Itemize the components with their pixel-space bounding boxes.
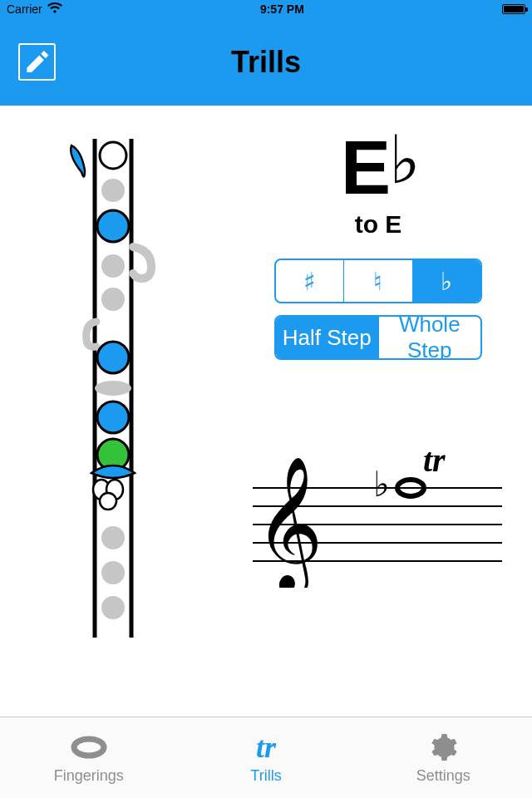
nav-bar: Trills	[0, 18, 532, 106]
svg-point-15	[101, 561, 125, 584]
tab-trills[interactable]: tr Trills	[177, 717, 354, 798]
segment-natural[interactable]: ♮	[344, 260, 412, 302]
tab-label: Trills	[250, 767, 281, 785]
svg-text:♭: ♭	[373, 466, 390, 504]
tab-settings[interactable]: Settings	[355, 717, 532, 798]
segment-whole-step[interactable]: Whole Step	[379, 317, 481, 358]
compose-button[interactable]	[18, 43, 56, 81]
svg-point-3	[101, 179, 125, 202]
svg-point-4	[97, 210, 129, 242]
fingerings-icon	[71, 731, 107, 764]
svg-point-8	[95, 381, 131, 396]
step-segmented: Half Step Whole Step	[274, 315, 482, 360]
battery-icon	[502, 4, 525, 14]
svg-point-9	[97, 401, 129, 433]
svg-text:tr: tr	[423, 441, 446, 479]
note-name: E♭	[274, 131, 482, 205]
segment-sharp[interactable]: ♯	[276, 260, 344, 302]
svg-point-2	[100, 142, 126, 169]
status-bar: Carrier 9:57 PM	[0, 0, 532, 18]
treble-clef-icon: 𝄞	[254, 458, 323, 588]
segment-flat[interactable]: ♭	[413, 260, 480, 302]
tab-label: Settings	[416, 767, 470, 785]
carrier-label: Carrier	[7, 2, 42, 16]
trills-icon: tr	[256, 731, 276, 764]
trill-target: to E	[274, 210, 482, 239]
svg-point-16	[101, 596, 125, 619]
note-display: E♭ to E ♯ ♮ ♭ Half Step Whole Step	[274, 131, 482, 360]
svg-point-13	[100, 493, 116, 510]
svg-point-5	[101, 254, 125, 278]
svg-point-25	[74, 739, 104, 756]
page-title: Trills	[0, 45, 532, 80]
note-letter: E	[341, 131, 387, 205]
staff-notation: 𝄞 ♭ tr	[253, 438, 502, 591]
pencil-icon	[20, 44, 54, 81]
segment-half-step[interactable]: Half Step	[276, 317, 379, 358]
tab-label: Fingerings	[54, 767, 124, 785]
tab-fingerings[interactable]: Fingerings	[0, 717, 177, 798]
accidental-segmented: ♯ ♮ ♭	[274, 259, 482, 303]
gear-icon	[427, 731, 459, 764]
svg-point-14	[101, 526, 125, 549]
svg-point-6	[101, 288, 125, 311]
clock-label: 9:57 PM	[260, 2, 304, 16]
wifi-icon	[47, 2, 62, 16]
svg-point-7	[97, 342, 129, 373]
content-area: E♭ to E ♯ ♮ ♭ Half Step Whole Step 𝄞 ♭	[0, 106, 532, 717]
fingering-chart	[66, 131, 162, 646]
note-accidental: ♭	[389, 127, 417, 194]
tab-bar: Fingerings tr Trills Settings	[0, 717, 532, 798]
